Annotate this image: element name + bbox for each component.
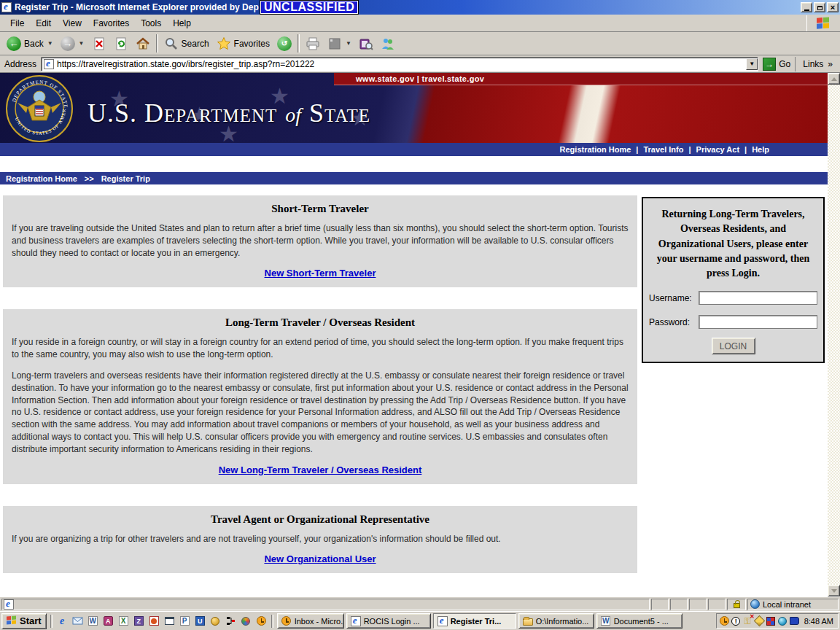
quick-launch-app-orange-icon[interactable] — [148, 615, 160, 627]
state-gov-links[interactable]: www.state.gov | travel.state.gov — [356, 74, 484, 83]
stop-icon — [92, 36, 106, 51]
links-toolbar[interactable]: Links » — [795, 57, 837, 71]
username-input[interactable] — [699, 291, 817, 305]
menu-help[interactable]: Help — [167, 16, 197, 31]
long-term-title: Long-Term Traveler / Overseas Resident — [12, 316, 629, 329]
tray-clock-icon[interactable] — [720, 616, 729, 626]
nav-travel-info[interactable]: Travel Info — [643, 145, 683, 154]
forward-button[interactable]: → ▼ — [57, 35, 88, 52]
folder-icon — [523, 616, 533, 626]
edit-dropdown-icon[interactable]: ▼ — [346, 40, 351, 47]
taskbar-button-folder[interactable]: O:\Informatio... — [518, 613, 594, 629]
windows-logo-icon — [806, 15, 839, 31]
nav-help[interactable]: Help — [752, 145, 769, 154]
username-label: Username: — [649, 293, 699, 303]
quick-launch-app-blue-icon[interactable]: U — [194, 615, 206, 627]
quick-launch-excel-icon[interactable]: X — [117, 615, 130, 627]
status-panel — [708, 599, 726, 610]
window-title: Register Trip - Microsoft Internet Explo… — [15, 2, 259, 12]
taskbar-button-rocis-login[interactable]: ROCIS Login ... — [346, 613, 431, 629]
breadcrumb: Registration Home >> Register Trip — [0, 172, 828, 184]
quick-launch-media-player-icon[interactable] — [240, 615, 252, 627]
ie-window-icon — [1, 2, 12, 12]
security-lock-panel — [727, 599, 746, 610]
stop-button[interactable] — [88, 35, 110, 52]
quick-launch-word-icon[interactable]: W — [87, 615, 99, 627]
print-button[interactable] — [302, 35, 324, 52]
close-icon: × — [831, 4, 835, 11]
status-message-panel — [1, 599, 650, 610]
password-input[interactable] — [699, 315, 817, 329]
tray-address-book-icon[interactable] — [790, 616, 799, 626]
quick-launch-msn-icon[interactable] — [209, 615, 222, 627]
tray-display-grid-icon[interactable] — [766, 616, 776, 626]
menu-edit[interactable]: Edit — [30, 16, 57, 31]
status-panel — [689, 599, 707, 610]
taskbar: Start e W A X Z P U Inbox - Micro... ROC… — [0, 611, 840, 630]
new-short-term-traveler-link[interactable]: New Short-Term Traveler — [12, 268, 629, 279]
taskbar-clock[interactable]: 8:48 AM — [804, 617, 833, 626]
tray-network-icon[interactable] — [778, 616, 788, 626]
taskbar-button-register-trip[interactable]: Register Tri... — [433, 613, 516, 629]
quick-launch-org-chart-icon[interactable] — [225, 615, 237, 627]
dos-seal: DEPARTMENT OF STATE UNITED STATES OF AME… — [6, 75, 73, 142]
quick-launch-clock-app-icon[interactable] — [255, 615, 268, 627]
scroll-up-icon — [831, 77, 837, 81]
tray-alert-icon[interactable]: ! — [731, 616, 741, 626]
quick-launch-publisher-icon[interactable]: P — [179, 615, 191, 627]
menu-view[interactable]: View — [57, 16, 88, 31]
taskbar-button-inbox[interactable]: Inbox - Micro... — [277, 613, 344, 629]
start-button[interactable]: Start — [1, 613, 47, 629]
restore-button[interactable] — [814, 2, 825, 12]
new-organizational-user-link[interactable]: New Organizational User — [12, 553, 629, 564]
security-zone-label: Local intranet — [763, 600, 811, 609]
edit-button[interactable]: ▼ — [324, 35, 355, 52]
login-button[interactable]: LOGIN — [712, 338, 755, 354]
quick-launch-access-icon[interactable]: A — [102, 615, 114, 627]
favorites-button[interactable]: Favorites — [213, 35, 273, 52]
taskbar-separator — [50, 615, 52, 628]
history-button[interactable]: ↺ — [273, 35, 295, 52]
back-button[interactable]: ← Back ▼ — [3, 35, 57, 52]
minimize-icon — [804, 9, 809, 11]
menu-tools[interactable]: Tools — [135, 16, 167, 31]
history-icon: ↺ — [277, 36, 292, 51]
tray-key-disabled-icon[interactable]: ⚿ — [743, 616, 752, 626]
home-button[interactable] — [132, 35, 154, 52]
scroll-down-button[interactable] — [828, 585, 840, 596]
close-button[interactable]: × — [827, 2, 839, 12]
scroll-up-button[interactable] — [828, 73, 840, 85]
quick-launch-ie-icon[interactable]: e — [56, 615, 69, 627]
quick-launch-outlook-express-icon[interactable] — [71, 615, 84, 627]
menu-favorites[interactable]: Favorites — [88, 16, 135, 31]
quick-launch-show-desktop-icon[interactable] — [163, 615, 176, 627]
address-bar: Address https://travelregistration.state… — [0, 55, 840, 73]
go-button[interactable]: → Go — [763, 58, 790, 71]
taskbar-button-document5[interactable]: W Document5 - ... — [596, 613, 682, 629]
minimize-button[interactable] — [801, 2, 812, 12]
back-dropdown-icon[interactable]: ▼ — [47, 40, 53, 47]
nav-registration-home[interactable]: Registration Home — [560, 145, 631, 154]
browser-viewport: ★ ★ ★ ★ ★ www.state.gov | travel.state.g… — [0, 73, 840, 596]
short-term-section: Short-Term Traveler If you are traveling… — [3, 195, 637, 287]
refresh-button[interactable] — [110, 35, 132, 52]
quick-launch-frontpage-icon[interactable]: Z — [133, 615, 145, 627]
breadcrumb-home-link[interactable]: Registration Home — [6, 174, 77, 183]
address-label: Address — [4, 59, 36, 69]
state-gov-links-bar[interactable]: www.state.gov | travel.state.gov — [334, 73, 828, 85]
menu-file[interactable]: File — [4, 16, 30, 31]
scroll-down-icon — [831, 589, 837, 593]
page-scrollbar[interactable] — [828, 73, 840, 596]
new-long-term-traveler-link[interactable]: New Long-Term Traveler / Overseas Reside… — [12, 464, 629, 475]
address-field[interactable]: https://travelregistration.state.gov/ibr… — [41, 57, 758, 71]
search-button[interactable]: Search — [160, 35, 213, 52]
discuss-button[interactable] — [355, 35, 377, 52]
nav-separator: | — [688, 145, 691, 154]
address-dropdown-icon[interactable]: ▼ — [746, 58, 758, 70]
forward-dropdown-icon[interactable]: ▼ — [79, 40, 85, 47]
standard-toolbar: ← Back ▼ → ▼ Search — [0, 32, 840, 55]
messenger-button[interactable] — [377, 35, 399, 52]
short-term-body: If you are traveling outside the United … — [12, 222, 629, 259]
tray-pencil-icon[interactable] — [755, 616, 764, 626]
nav-privacy-act[interactable]: Privacy Act — [696, 145, 740, 154]
